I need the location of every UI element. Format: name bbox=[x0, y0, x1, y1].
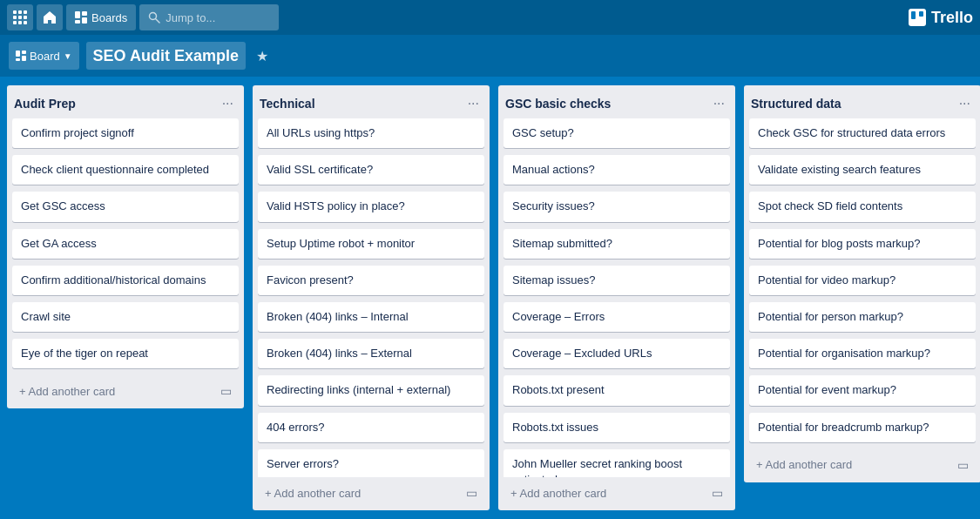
board-icon bbox=[75, 11, 87, 24]
board-label: Board bbox=[30, 50, 60, 63]
card[interactable]: John Mueller secret ranking boost activa… bbox=[504, 449, 730, 477]
card[interactable]: Potential for blog posts markup? bbox=[749, 229, 976, 259]
card[interactable]: 404 errors? bbox=[258, 413, 484, 442]
list-cards-technical: All URLs using https?Valid SSL certifica… bbox=[253, 118, 490, 477]
plus-icon: + Add another card bbox=[756, 458, 852, 471]
list-menu-audit-prep[interactable]: ··· bbox=[219, 94, 237, 113]
plus-icon: + Add another card bbox=[510, 487, 606, 500]
list-technical: Technical···All URLs using https?Valid S… bbox=[253, 85, 490, 510]
svg-rect-2 bbox=[24, 10, 27, 14]
add-card-button-audit-prep[interactable]: + Add another card ▭ bbox=[12, 379, 239, 403]
card[interactable]: Valid HSTS policy in place? bbox=[258, 192, 484, 221]
card[interactable]: Potential for video markup? bbox=[749, 266, 976, 295]
card[interactable]: Crawl site bbox=[12, 302, 239, 332]
card[interactable]: GSC setup? bbox=[504, 118, 730, 148]
list-footer-structured-data: + Add another card ▭ bbox=[744, 449, 980, 482]
add-card-button-structured-data[interactable]: + Add another card ▭ bbox=[749, 453, 976, 477]
card[interactable]: Potential for breadcrumb markup? bbox=[749, 413, 976, 442]
card[interactable]: Check GSC for structured data errors bbox=[749, 118, 976, 148]
list-menu-gsc-basic-checks[interactable]: ··· bbox=[710, 94, 728, 113]
card[interactable]: Broken (404) links – Internal bbox=[258, 302, 484, 332]
board-title: SEO Audit Example bbox=[86, 42, 246, 70]
star-button[interactable]: ★ bbox=[253, 44, 272, 68]
grid-icon bbox=[13, 10, 27, 24]
svg-rect-5 bbox=[24, 16, 27, 19]
svg-rect-7 bbox=[18, 21, 22, 24]
list-header-gsc-basic-checks: GSC basic checks··· bbox=[498, 85, 735, 118]
trello-icon bbox=[909, 9, 926, 26]
card[interactable]: Valid SSL certificate? bbox=[258, 155, 484, 185]
card[interactable]: Validate existing search features bbox=[749, 155, 976, 185]
svg-rect-17 bbox=[16, 58, 20, 61]
home-icon bbox=[43, 10, 57, 24]
card[interactable]: Sitemap submitted? bbox=[504, 229, 730, 259]
boards-label: Boards bbox=[91, 11, 127, 24]
card[interactable]: Potential for person markup? bbox=[749, 302, 976, 332]
search-bar[interactable] bbox=[139, 4, 279, 30]
card-template-icon: ▭ bbox=[220, 384, 232, 398]
card[interactable]: Broken (404) links – External bbox=[258, 339, 484, 368]
card[interactable]: Server errors? bbox=[258, 449, 484, 477]
svg-rect-4 bbox=[18, 16, 22, 19]
svg-rect-18 bbox=[22, 56, 26, 61]
card[interactable]: Manual actions? bbox=[504, 155, 730, 185]
board-header: Board ▼ SEO Audit Example ★ bbox=[0, 35, 980, 77]
card[interactable]: Potential for organisation markup? bbox=[749, 339, 976, 368]
card[interactable]: Redirecting links (internal + external) bbox=[258, 375, 484, 405]
trello-wordmark: Trello bbox=[931, 9, 973, 27]
plus-icon: + Add another card bbox=[265, 487, 361, 500]
chevron-down-icon: ▼ bbox=[64, 51, 72, 61]
svg-rect-1 bbox=[18, 10, 22, 14]
card[interactable]: Security issues? bbox=[504, 192, 730, 221]
card[interactable]: Coverage – Excluded URLs bbox=[504, 339, 730, 368]
add-card-button-technical[interactable]: + Add another card ▭ bbox=[258, 481, 484, 505]
svg-rect-8 bbox=[24, 21, 27, 24]
svg-rect-0 bbox=[13, 10, 17, 14]
list-footer-audit-prep: + Add another card ▭ bbox=[7, 375, 244, 408]
svg-rect-9 bbox=[75, 11, 80, 18]
card[interactable]: Setup Uptime robot + monitor bbox=[258, 229, 484, 259]
list-footer-gsc-basic-checks: + Add another card ▭ bbox=[498, 477, 735, 510]
boards-button[interactable]: Boards bbox=[66, 4, 136, 30]
card[interactable]: All URLs using https? bbox=[258, 118, 484, 148]
card[interactable]: Get GA access bbox=[12, 229, 239, 259]
card[interactable]: Confirm additional/historical domains bbox=[12, 266, 239, 295]
board-menu-button[interactable]: Board ▼ bbox=[9, 42, 79, 70]
grid-icon-btn[interactable] bbox=[7, 4, 33, 30]
list-title-audit-prep: Audit Prep bbox=[14, 97, 219, 111]
list-gsc-basic-checks: GSC basic checks···GSC setup?Manual acti… bbox=[498, 85, 735, 510]
add-card-left: + Add another card bbox=[756, 458, 852, 471]
list-menu-technical[interactable]: ··· bbox=[464, 94, 483, 113]
card[interactable]: Eye of the tiger on repeat bbox=[12, 339, 239, 368]
card-template-icon: ▭ bbox=[957, 458, 969, 472]
svg-rect-12 bbox=[82, 17, 87, 24]
card[interactable]: Confirm project signoff bbox=[12, 118, 239, 148]
card[interactable]: Potential for event markup? bbox=[749, 375, 976, 405]
list-title-technical: Technical bbox=[260, 97, 464, 111]
search-input[interactable] bbox=[166, 11, 270, 24]
list-cards-structured-data: Check GSC for structured data errorsVali… bbox=[744, 118, 980, 449]
svg-rect-11 bbox=[75, 20, 80, 24]
list-header-audit-prep: Audit Prep··· bbox=[7, 85, 244, 118]
add-card-left: + Add another card bbox=[265, 487, 361, 500]
list-menu-structured-data[interactable]: ··· bbox=[956, 94, 974, 113]
add-card-button-gsc-basic-checks[interactable]: + Add another card ▭ bbox=[504, 481, 730, 505]
list-header-structured-data: Structured data··· bbox=[744, 85, 980, 118]
card[interactable]: Robots.txt issues bbox=[504, 413, 730, 442]
card[interactable]: Coverage – Errors bbox=[504, 302, 730, 332]
card[interactable]: Check client questionnaire completed bbox=[12, 155, 239, 185]
trello-logo: Trello bbox=[909, 9, 973, 27]
card[interactable]: Sitemap issues? bbox=[504, 266, 730, 295]
list-footer-technical: + Add another card ▭ bbox=[253, 477, 490, 510]
list-cards-gsc-basic-checks: GSC setup?Manual actions?Security issues… bbox=[498, 118, 735, 477]
add-card-left: + Add another card bbox=[19, 385, 115, 398]
card[interactable]: Robots.txt present bbox=[504, 375, 730, 405]
home-icon-btn[interactable] bbox=[37, 4, 63, 30]
card[interactable]: Favicon present? bbox=[258, 266, 484, 295]
add-card-left: + Add another card bbox=[510, 487, 606, 500]
card[interactable]: Spot check SD field contents bbox=[749, 192, 976, 221]
card-template-icon: ▭ bbox=[712, 486, 723, 500]
list-cards-audit-prep: Confirm project signoffCheck client ques… bbox=[7, 118, 244, 375]
list-structured-data: Structured data···Check GSC for structur… bbox=[744, 85, 980, 482]
card[interactable]: Get GSC access bbox=[12, 192, 239, 221]
